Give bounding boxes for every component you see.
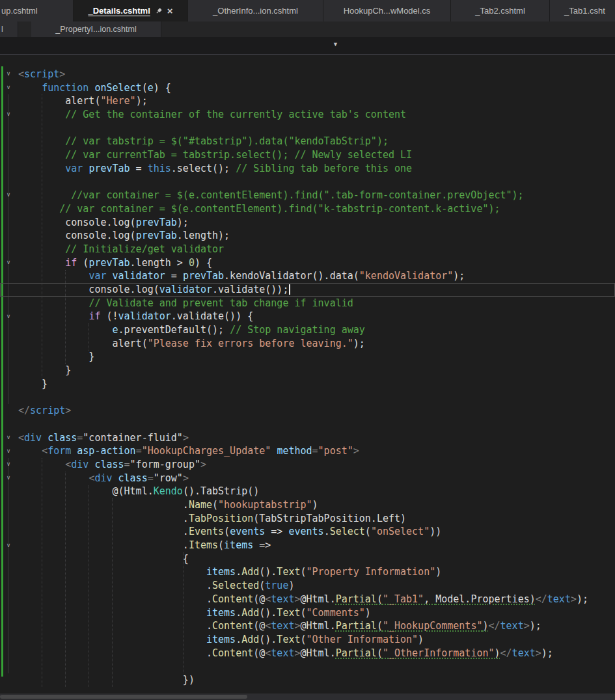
code-line[interactable]: } [0,377,615,391]
code-line[interactable]: // var tabstrip = $("#tabstrip").data("k… [0,135,615,148]
code-line[interactable]: if (prevTab.length > 0) { [0,256,615,270]
code-line[interactable]: .Name("hookuptabstrip") [0,498,615,512]
code-line[interactable]: e.preventDefault(); // Stop navigating a… [0,323,615,337]
code-line[interactable]: }) [0,673,615,687]
code-line[interactable]: console.log(validator.validate()); [0,283,615,297]
code-line[interactable]: alert("Please fix errors before leaving.… [0,337,615,351]
pin-icon[interactable] [155,7,163,15]
tab-bar-row-1: up.cshtml_Details.cshtml×_OtherInfo...io… [0,0,615,21]
code-line[interactable]: } [0,350,615,364]
code-line[interactable]: items.Add().Text("Property Information") [0,565,615,579]
code-line[interactable]: .Selected(true) [0,579,615,593]
code-line[interactable]: console.log(prevTab.length); [0,229,615,243]
fold-arrow-icon[interactable]: ∨ [3,191,14,198]
code-editor[interactable]: ∨∨∨∨∨∨∨∨∨∨∨ <script> function onSelect(e… [0,55,615,693]
fold-arrow-icon[interactable]: ∨ [3,461,14,467]
fold-arrow-icon[interactable]: ∨ [3,84,14,90]
code-line[interactable] [0,391,615,405]
tab-bar-row-2: l_PropertyI...ion.cshtml [0,21,615,37]
code-line[interactable]: @(Html.Kendo().TabStrip() [0,485,615,498]
editor-tab[interactable]: _Details.cshtml× [74,0,188,21]
tab-well: up.cshtml_Details.cshtml×_OtherInfo...io… [0,0,615,37]
code-line[interactable]: if (!validator.validate()) { [0,310,615,323]
code-line[interactable]: <div class="form-group"> [0,458,615,472]
tab-label: _Tab1.csht [564,6,605,16]
tab-label: HookupCh...wModel.cs [344,6,431,16]
fold-arrow-icon[interactable]: ∨ [3,542,14,548]
editor-tab[interactable]: _Tab2.cshtml [451,0,550,21]
horizontal-scrollbar[interactable] [0,693,615,700]
code-line[interactable]: <form asp-action="HookupCharges_Update" … [0,444,615,458]
code-line[interactable]: <div class="row"> [0,472,615,485]
code-line[interactable]: var validator = prevTab.kendoValidator()… [0,269,615,283]
code-line[interactable]: // var container = $(e.contentElement).f… [0,202,615,216]
code-line[interactable]: var prevTab = this.select(); // Sibling … [0,162,615,176]
code-line[interactable]: function onSelect(e) { [0,81,615,95]
editor-nav-strip: ▼ [0,37,615,55]
tab-label: _Details.cshtml [88,6,150,16]
tab-label: up.cshtml [1,6,38,16]
code-line[interactable]: items.Add().Text("Comments") [0,606,615,620]
tab-label: _PropertyI...ion.cshtml [55,25,136,34]
fold-arrow-icon[interactable]: ∨ [3,111,14,117]
code-line[interactable]: </script> [0,404,615,418]
editor-tab[interactable]: _PropertyI...ion.cshtml [31,21,161,37]
code-line[interactable]: //var container = $(e.contentElement).fi… [0,189,615,202]
code-line[interactable]: alert("Here"); [0,94,615,108]
code-line[interactable]: .TabPosition(TabStripTabPosition.Left) [0,512,615,526]
close-icon[interactable]: × [167,6,173,16]
tab-label: _OtherInfo...ion.cshtml [213,6,298,16]
horizontal-scrollbar-thumb[interactable] [0,695,247,699]
editor-tab[interactable]: l [0,21,18,37]
code-line[interactable]: .Content(@<text>@Html.Partial("_HookupCo… [0,619,615,633]
code-line[interactable]: // var currentTab = tabstrip.select(); /… [0,148,615,162]
code-line[interactable] [0,418,615,431]
fold-arrow-icon[interactable]: ∨ [3,313,14,319]
code-line[interactable]: items.Add().Text("Other Information") [0,633,615,647]
code-line[interactable] [0,660,615,673]
code-line[interactable]: .Content(@<text>@Html.Partial("_Tab1", M… [0,593,615,606]
code-line[interactable]: // Initialize/get validator [0,243,615,256]
code-line[interactable]: .Content(@<text>@Html.Partial("_OtherInf… [0,647,615,660]
editor-tab[interactable]: _Tab1.csht [550,0,615,21]
fold-arrow-icon[interactable]: ∨ [3,434,14,440]
code-line[interactable]: } [0,364,615,377]
code-line[interactable]: console.log(prevTab); [0,216,615,230]
code-line[interactable]: <script> [0,68,615,81]
code-line[interactable] [0,176,615,189]
fold-arrow-icon[interactable]: ∨ [3,70,14,77]
tab-label: _Tab2.cshtml [475,6,525,16]
code-line[interactable]: // Validate and prevent tab change if in… [0,297,615,310]
code-line[interactable] [0,122,615,135]
code-line[interactable]: <div class="container-fluid"> [0,431,615,445]
code-line[interactable]: .Items(items => [0,539,615,552]
fold-arrow-icon[interactable]: ∨ [3,448,14,454]
editor-tab[interactable]: up.cshtml [0,0,74,21]
code-line[interactable]: { [0,552,615,566]
editor-tab[interactable]: _OtherInfo...ion.cshtml [188,0,323,21]
text-cursor [289,284,290,295]
code-lines: <script> function onSelect(e) { alert("H… [0,68,615,687]
dropdown-arrow-icon[interactable]: ▼ [333,41,338,47]
code-line[interactable]: // Get the container of the currently ac… [0,108,615,122]
fold-arrow-icon[interactable]: ∨ [3,259,14,265]
fold-arrow-icon[interactable]: ∨ [3,474,14,481]
code-line[interactable]: .Events(events => events.Select("onSelec… [0,525,615,539]
tab-label: l [1,25,3,34]
editor-tab[interactable]: HookupCh...wModel.cs [323,0,451,21]
